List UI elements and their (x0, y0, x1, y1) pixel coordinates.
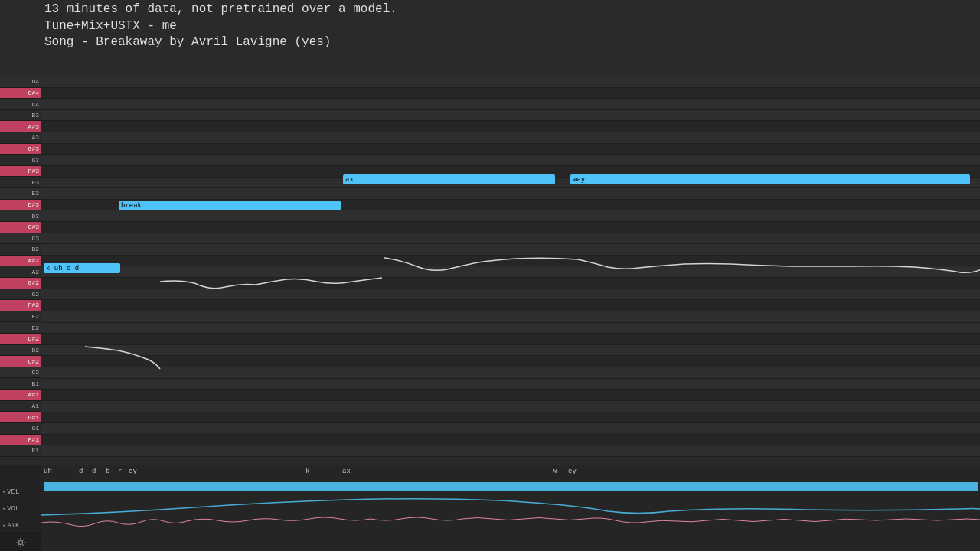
header-line-2: Tune+Mix+USTX - me (44, 18, 977, 35)
piano-key-f2: F2 (0, 311, 41, 323)
note-bar[interactable]: way (570, 174, 970, 184)
piano-key-e3: E3 (0, 188, 41, 200)
piano-key-a#1: A#1 (0, 390, 41, 401)
piano-key-f#1: F#1 (0, 435, 41, 446)
piano-key-f#2: F#2 (0, 300, 41, 311)
piano-keys: D4C#4C4B3A#3A3G#3G3F#3F3E3D#3D3C#3C3B2A#… (0, 77, 41, 457)
vel-label[interactable]: ▾ VEL (0, 484, 41, 500)
header-line-1: 13 minutes of data, not pretrained over … (44, 2, 977, 18)
svg-point-0 (19, 541, 23, 545)
bottom-chart: uhddbreykaxwey (41, 465, 980, 551)
piano-key-c3: C3 (0, 233, 41, 245)
piano-key-c#3: C#3 (0, 222, 41, 233)
piano-key-b1: B1 (0, 378, 41, 390)
note-bar[interactable]: break (119, 201, 341, 210)
piano-key-a2: A2 (0, 266, 41, 278)
piano-key-d3: D3 (0, 210, 41, 222)
piano-key-g#1: G#1 (0, 412, 41, 423)
note-bar[interactable]: k uh d d (44, 263, 120, 273)
note-bar[interactable]: ax (343, 174, 555, 184)
tenc-curve-svg (41, 465, 980, 551)
piano-key-d4: D4 (0, 77, 41, 88)
piano-key-g#3: G#3 (0, 144, 41, 155)
piano-key-e2: E2 (0, 322, 41, 334)
header-line-3: Song - Breakaway by Avril Lavigne (yes) (44, 34, 977, 51)
piano-key-a#3: A#3 (0, 121, 41, 132)
header-info: 13 minutes of data, not pretrained over … (41, 0, 980, 53)
piano-key-f3: F3 (0, 177, 41, 188)
piano-key-g1: G1 (0, 423, 41, 435)
atk-label[interactable]: ▾ ATK (0, 517, 41, 534)
piano-key-a3: A3 (0, 132, 41, 144)
grid-area[interactable]: breakaxwayk uh d d (41, 77, 980, 457)
piano-key-a1: A1 (0, 401, 41, 412)
vol-label[interactable]: ▾ VOL (0, 500, 41, 517)
piano-key-d#2: D#2 (0, 334, 41, 345)
piano-key-f1: F1 (0, 445, 41, 457)
piano-key-g3: G3 (0, 155, 41, 166)
piano-key-a#2: A#2 (0, 256, 41, 267)
piano-key-f#3: F#3 (0, 166, 41, 178)
piano-key-g2: G2 (0, 289, 41, 301)
gear-svg (15, 537, 26, 548)
piano-key-c4: C4 (0, 99, 41, 110)
piano-key-d#3: D#3 (0, 200, 41, 211)
piano-key-b2: B2 (0, 244, 41, 256)
piano-key-d2: D2 (0, 345, 41, 357)
piano-key-b3: B3 (0, 110, 41, 122)
gear-icon[interactable] (0, 534, 41, 551)
piano-key-c#2: C#2 (0, 356, 41, 367)
piano-key-g#2: G#2 (0, 278, 41, 289)
piano-key-c#4: C#4 (0, 88, 41, 99)
piano-key-c2: C2 (0, 367, 41, 379)
